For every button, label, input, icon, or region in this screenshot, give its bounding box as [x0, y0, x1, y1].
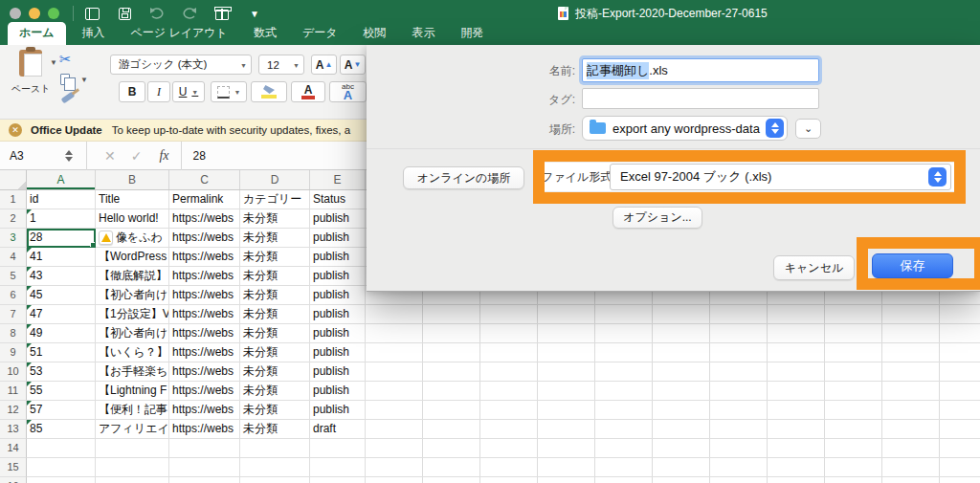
fill-color-button[interactable] — [251, 81, 287, 102]
tab-3[interactable]: ページ レイアウト — [122, 23, 237, 45]
cell[interactable] — [169, 458, 240, 477]
minimize-window-button[interactable] — [29, 8, 40, 19]
tab-6[interactable]: 校閲 — [353, 23, 395, 45]
cell[interactable]: publish — [310, 382, 366, 401]
cell[interactable]: 未分類 — [240, 382, 310, 401]
cell[interactable]: 【いくら？】 — [96, 343, 169, 362]
row-header-10[interactable]: 10 — [0, 362, 27, 382]
cell[interactable]: 28 — [27, 229, 96, 248]
cell[interactable]: Permalink — [169, 190, 240, 209]
cell[interactable]: 未分類 — [240, 286, 310, 305]
row-header-11[interactable]: 11 — [0, 382, 27, 401]
column-header-D[interactable]: D — [240, 170, 310, 189]
cell[interactable] — [96, 439, 169, 458]
cell[interactable]: 49 — [27, 324, 96, 343]
cell[interactable]: https://webs — [169, 324, 240, 343]
column-header-C[interactable]: C — [169, 170, 240, 189]
cell[interactable]: 43 — [27, 267, 96, 286]
cell[interactable]: publish — [310, 362, 366, 382]
tab-7[interactable]: 表示 — [402, 23, 444, 45]
underline-button[interactable]: U▼ — [172, 81, 205, 102]
cell[interactable]: publish — [310, 209, 366, 229]
cut-icon[interactable]: ✂ — [59, 51, 72, 68]
row-header-12[interactable]: 12 — [0, 401, 27, 420]
zoom-window-button[interactable] — [48, 8, 59, 19]
cell[interactable] — [310, 477, 366, 483]
cell[interactable]: 【お手軽楽ち — [96, 362, 169, 382]
tab-4[interactable]: 数式 — [244, 23, 286, 45]
cell[interactable]: 55 — [27, 382, 96, 401]
borders-button[interactable]: ▼ — [211, 81, 247, 102]
row-header-3[interactable]: 3 — [0, 229, 27, 248]
cell[interactable] — [240, 458, 310, 477]
cell[interactable]: publish — [310, 305, 366, 324]
cell[interactable]: 【初心者向け — [96, 324, 169, 343]
cancel-entry-icon[interactable]: ✕ — [104, 148, 116, 164]
cell[interactable]: https://webs — [169, 362, 240, 382]
cell[interactable]: https://webs — [169, 248, 240, 267]
formula-input[interactable]: 28 — [193, 149, 206, 163]
cell[interactable]: 未分類 — [240, 267, 310, 286]
cell[interactable]: https://webs — [169, 401, 240, 420]
save-icon[interactable] — [116, 6, 133, 21]
font-color-button[interactable]: A — [291, 81, 325, 102]
cell[interactable]: 41 — [27, 248, 96, 267]
toolbar-chevron-icon[interactable]: ▼ — [246, 6, 263, 21]
cell[interactable]: Hello world! — [96, 209, 169, 229]
row-header-14[interactable]: 14 — [0, 439, 27, 458]
location-select[interactable]: export any wordpress-data — [582, 116, 788, 141]
filename-input[interactable]: 記事棚卸し.xls — [582, 58, 819, 82]
copy-icon[interactable] — [60, 74, 70, 85]
paste-button[interactable]: ペースト — [8, 50, 54, 96]
name-box-stepper[interactable] — [65, 150, 73, 162]
cell[interactable]: https://webs — [169, 229, 240, 248]
cell[interactable]: publish — [310, 324, 366, 343]
cell[interactable]: Title — [96, 190, 169, 209]
row-header-16[interactable]: 16 — [0, 477, 27, 483]
cell[interactable]: 47 — [27, 305, 96, 324]
cell[interactable] — [310, 458, 366, 477]
cell[interactable] — [310, 439, 366, 458]
online-locations-button[interactable]: オンラインの場所 — [403, 166, 524, 189]
select-all-button[interactable] — [0, 170, 27, 189]
cancel-button[interactable]: キャンセル — [773, 255, 855, 280]
cell[interactable]: publish — [310, 267, 366, 286]
cell[interactable]: https://webs — [169, 343, 240, 362]
column-header-B[interactable]: B — [96, 170, 169, 189]
cell[interactable]: 未分類 — [240, 362, 310, 382]
cell[interactable]: 【1分設定】V — [96, 305, 169, 324]
tags-input[interactable] — [582, 88, 819, 109]
cell[interactable] — [27, 439, 96, 458]
cell[interactable]: 未分類 — [240, 420, 310, 439]
font-name-select[interactable]: 游ゴシック (本文) ▼ — [110, 55, 252, 75]
column-header-A[interactable]: A — [27, 170, 96, 189]
tab-2[interactable]: 挿入 — [73, 23, 115, 45]
tab-5[interactable]: データ — [293, 23, 347, 45]
cell[interactable]: publish — [310, 343, 366, 362]
cell[interactable]: https://webs — [169, 305, 240, 324]
cell[interactable] — [27, 458, 96, 477]
text-effects-button[interactable]: abc A — [329, 81, 367, 102]
expand-dialog-button[interactable]: ⌄ — [795, 119, 821, 139]
close-window-button[interactable] — [10, 8, 21, 19]
cell[interactable]: 85 — [27, 420, 96, 439]
cell[interactable]: https://webs — [169, 286, 240, 305]
cell[interactable]: 未分類 — [240, 401, 310, 420]
cell[interactable]: publish — [310, 286, 366, 305]
cell[interactable]: 未分類 — [240, 248, 310, 267]
cell[interactable]: 51 — [27, 343, 96, 362]
copy-dropdown-icon[interactable]: ▼ — [80, 76, 88, 84]
cell[interactable] — [240, 439, 310, 458]
cell[interactable] — [169, 439, 240, 458]
row-header-6[interactable]: 6 — [0, 286, 27, 305]
cell[interactable] — [169, 477, 240, 483]
cell[interactable]: 57 — [27, 401, 96, 420]
row-header-15[interactable]: 15 — [0, 458, 27, 477]
row-header-1[interactable]: 1 — [0, 190, 27, 209]
cell[interactable]: 未分類 — [240, 229, 310, 248]
cell[interactable]: 【Lightning F — [96, 382, 169, 401]
cell[interactable]: https://webs — [169, 420, 240, 439]
cell[interactable]: カテゴリー — [240, 190, 310, 209]
row-header-4[interactable]: 4 — [0, 248, 27, 267]
tab-8[interactable]: 開発 — [451, 23, 493, 45]
